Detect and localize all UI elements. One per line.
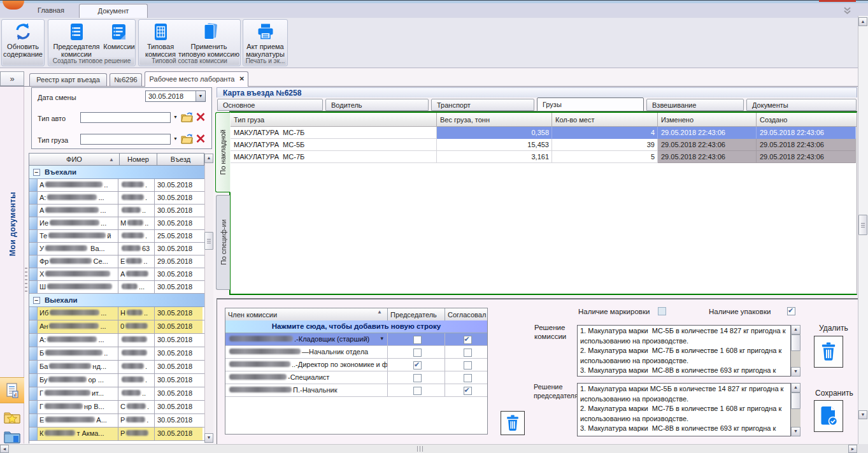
save-button[interactable] bbox=[814, 400, 843, 432]
commission-row[interactable]: ..-Директор по экономике и ф... bbox=[225, 359, 487, 371]
main-hscroll-right[interactable]: ► bbox=[848, 445, 857, 453]
list-scrollbar-thumb[interactable] bbox=[204, 232, 213, 250]
agreed-checkbox[interactable] bbox=[464, 349, 472, 357]
list-item[interactable]: Кт Акма...Р30.05.2018 bbox=[29, 428, 204, 441]
list-group-header[interactable]: −Выехали bbox=[29, 294, 204, 307]
col-header-tip-gruza[interactable]: Тип груза bbox=[231, 113, 437, 126]
cargo-type-folder-icon[interactable] bbox=[181, 133, 193, 144]
col-header-chlen-komissii[interactable]: Член комиссии▲ bbox=[225, 308, 388, 320]
col-header-mest[interactable]: Кол-во мест bbox=[552, 113, 658, 126]
list-item[interactable]: Буор ....30.05.2018 bbox=[29, 374, 204, 387]
sidebar-documents-button[interactable] bbox=[0, 377, 24, 403]
main-vscroll-down[interactable]: ▼ bbox=[858, 410, 867, 419]
card-tab-transport[interactable]: Транспорт bbox=[431, 99, 534, 111]
col-header-predsedatel[interactable]: Председатель bbox=[388, 308, 445, 320]
tab-rabochee-mesto-laboranta[interactable]: Рабочее место лаборанта ✕ bbox=[145, 71, 248, 87]
col-header-soglasoval[interactable]: Согласовал bbox=[445, 308, 487, 320]
chairman-scroll-down[interactable]: ▼ bbox=[791, 427, 800, 436]
chairman-scroll-up[interactable]: ▲ bbox=[791, 383, 800, 392]
col-header-ves[interactable]: Вес груза, тонн bbox=[437, 113, 552, 126]
refresh-content-button[interactable]: Обновитьсодержание bbox=[3, 21, 43, 58]
list-item[interactable]: Ан...030.05.2018 bbox=[29, 320, 204, 334]
commissions-button[interactable]: Комиссии bbox=[103, 21, 135, 58]
commission-delete-button[interactable] bbox=[501, 411, 525, 435]
commission-row[interactable]: —Начальник отдела bbox=[225, 346, 487, 359]
cargo-type-input[interactable] bbox=[80, 134, 171, 145]
committee-decision-textarea[interactable]: 1. Макулатура марки МС-5Б в количестве 1… bbox=[577, 325, 791, 377]
list-scroll-down-button[interactable]: ▼ bbox=[204, 433, 213, 443]
card-tab-gruzy[interactable]: Грузы bbox=[537, 97, 644, 111]
cargo-row[interactable]: МАКУЛАТУРА МС-7Б3,161529.05.2018 22:43:0… bbox=[231, 151, 857, 163]
committee-scroll-down[interactable]: ▼ bbox=[791, 367, 800, 377]
list-item[interactable]: ЕА...Р.30.05.2018 bbox=[29, 414, 204, 428]
chairman-checkbox[interactable] bbox=[413, 349, 422, 357]
tab-reestr-kart-vezda[interactable]: Реестр карт въезда bbox=[29, 73, 107, 86]
list-header-vezd[interactable]: Въезд bbox=[157, 153, 204, 166]
collapse-ribbon-icon[interactable] bbox=[842, 7, 853, 15]
main-vscroll-thumb[interactable] bbox=[858, 215, 867, 235]
list-scrollbar-track[interactable] bbox=[204, 163, 213, 433]
list-scroll-up-button[interactable]: ▲ bbox=[204, 154, 213, 163]
list-item[interactable]: Б..30.05.2018 bbox=[29, 347, 204, 361]
cargo-type-clear-icon[interactable] bbox=[196, 134, 206, 143]
list-item[interactable]: А:....30.05.2018 bbox=[29, 192, 204, 205]
commission-row[interactable]: П.-Начальник bbox=[225, 384, 487, 397]
waste-paper-act-button[interactable]: Акт приемамакулатуры bbox=[244, 21, 287, 58]
chairman-checkbox[interactable] bbox=[413, 336, 422, 344]
close-tab-icon[interactable]: ✕ bbox=[239, 75, 245, 83]
list-item[interactable]: ФрСе...Е..29.05.2018 bbox=[29, 255, 204, 268]
sidebar-folder-button[interactable] bbox=[0, 431, 24, 443]
sidebar-favorites-button[interactable] bbox=[0, 404, 24, 430]
chairman-checkbox[interactable] bbox=[413, 387, 422, 395]
collapse-icon[interactable]: − bbox=[33, 169, 40, 176]
delete-button[interactable] bbox=[814, 336, 843, 368]
tab-n6296[interactable]: №6296 bbox=[110, 73, 142, 86]
cargo-type-dropdown-icon[interactable]: ▼ bbox=[173, 136, 178, 141]
cargo-row[interactable]: МАКУЛАТУРА МС-7Б0,358429.05.2018 22:43:0… bbox=[231, 127, 857, 139]
card-tab-vzveshivanie[interactable]: Взвешивание bbox=[646, 99, 744, 111]
main-hscrollbar[interactable] bbox=[0, 444, 868, 453]
agreed-checkbox[interactable] bbox=[464, 387, 472, 395]
main-hscroll-grip[interactable] bbox=[417, 446, 424, 452]
list-item[interactable]: Тей.25.05.2018 bbox=[29, 230, 204, 243]
card-tab-dokumenty[interactable]: Документы bbox=[746, 99, 857, 111]
list-item[interactable]: Ш...30.05.2018 bbox=[29, 281, 204, 294]
list-header-nomer[interactable]: Номер bbox=[120, 153, 157, 166]
marking-checkbox[interactable] bbox=[658, 307, 666, 315]
auto-type-clear-icon[interactable] bbox=[196, 112, 206, 122]
agreed-checkbox[interactable] bbox=[464, 361, 472, 370]
ribbon-tab-dokument[interactable]: Документ bbox=[79, 4, 148, 18]
side-tab-po-specifii[interactable]: По специф-ии bbox=[216, 195, 230, 290]
list-item[interactable]: У Ва...6330.05.2018 bbox=[29, 243, 204, 255]
auto-type-folder-icon[interactable] bbox=[181, 111, 193, 122]
auto-type-input[interactable] bbox=[80, 112, 171, 123]
cargo-row[interactable]: МАКУЛАТУРА МС-5Б15,4533929.05.2018 22:43… bbox=[231, 139, 857, 151]
sidebar-expander[interactable]: » bbox=[0, 71, 24, 86]
card-tab-osnovnoe[interactable]: Основное bbox=[217, 99, 323, 111]
list-item[interactable]: Банд....30.05.2018 bbox=[29, 361, 204, 374]
chairman-decision-textarea[interactable]: 1. Макулатура марки МС-5Б в количестве 1… bbox=[577, 383, 791, 436]
chairman-checkbox[interactable] bbox=[413, 374, 422, 382]
agreed-checkbox[interactable] bbox=[464, 374, 472, 382]
agreed-checkbox[interactable] bbox=[464, 336, 472, 344]
committee-scroll-up[interactable]: ▲ bbox=[791, 325, 800, 334]
list-item[interactable]: Ие...М..30.05.2018 bbox=[29, 217, 204, 230]
col-header-sozdano[interactable]: Создано bbox=[757, 113, 856, 126]
main-hscroll-left[interactable]: ◄ bbox=[0, 445, 9, 453]
commission-add-row[interactable]: Нажмите сюда, чтобы добавить новую строк… bbox=[225, 320, 487, 333]
chairman-checkbox[interactable] bbox=[413, 361, 422, 370]
col-header-izmeneno[interactable]: Изменено bbox=[658, 113, 757, 126]
collapse-icon[interactable]: − bbox=[33, 297, 40, 304]
list-item[interactable]: Иб...Н..30.05.2018 bbox=[29, 307, 204, 320]
card-tab-voditel[interactable]: Водитель bbox=[325, 99, 429, 111]
list-header-fio[interactable]: ФИО ▲ bbox=[29, 153, 120, 166]
committee-scroll-thumb[interactable] bbox=[791, 334, 800, 351]
list-item[interactable]: А...30.05.2018 bbox=[29, 179, 204, 192]
apply-standard-commission-button[interactable]: Применитьтиповую комиссию bbox=[178, 21, 239, 58]
main-vscroll-up[interactable]: ▲ bbox=[858, 17, 867, 26]
side-tab-po-nakladnoy[interactable]: По накладной bbox=[215, 112, 231, 192]
chairman-commission-button[interactable]: Председателякомиссии bbox=[50, 21, 103, 58]
packing-checkbox[interactable] bbox=[787, 307, 795, 315]
commission-row[interactable]: -Специалист bbox=[225, 371, 487, 384]
list-item[interactable]: А:...30.05.2018 bbox=[29, 334, 204, 347]
